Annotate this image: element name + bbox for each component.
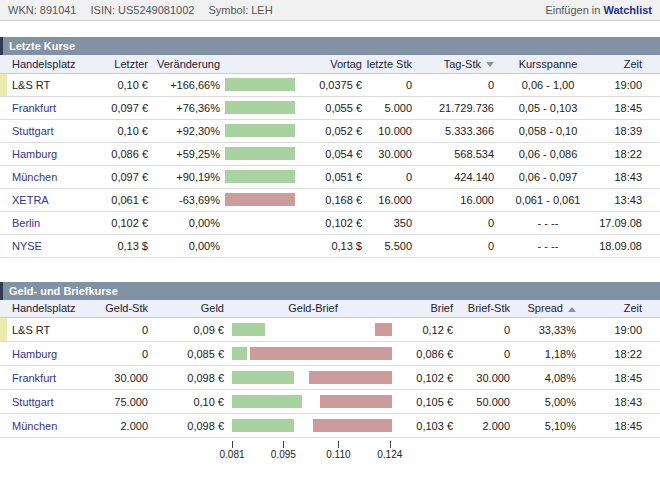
handelsplatz-link[interactable]: Stuttgart — [12, 125, 54, 137]
cell-geld: 0,10 € — [148, 390, 226, 414]
instrument-ids: WKN: 891041 ISIN: US5249081002 Symbol: L… — [8, 4, 273, 16]
tick-mark — [283, 441, 284, 448]
cell-veraenderung: -63,69% — [152, 188, 222, 211]
cell-handelsplatz: NYSE — [0, 234, 100, 257]
cell-brief: 0,105 € — [400, 390, 458, 414]
tick-label: 0.081 — [219, 449, 244, 460]
cell-tag-stk: 0 — [418, 211, 502, 234]
cell-change-bar — [222, 96, 306, 119]
spacer — [0, 258, 660, 282]
handelsplatz-link[interactable]: München — [12, 420, 57, 432]
cell-brief: 0,103 € — [400, 414, 458, 438]
handelsplatz-link[interactable]: NYSE — [12, 240, 42, 252]
handelsplatz-link[interactable]: XETRA — [12, 194, 49, 206]
realtime-marker — [0, 74, 7, 96]
column-header-kursspanne[interactable]: Kursspanne — [502, 55, 594, 73]
change-bar — [225, 78, 295, 91]
tick-label: 0.110 — [326, 449, 350, 460]
column-header-zeit[interactable]: Zeit — [594, 55, 660, 73]
column-header-tag-stk-label: Tag-Stk — [444, 58, 481, 70]
handelsplatz-link: L&S RT — [12, 79, 50, 91]
column-header-brief-stk[interactable]: Brief-Stk — [458, 300, 514, 318]
column-header-veraenderung[interactable]: Veränderung — [152, 55, 222, 73]
cell-kursspanne: 0,06 - 0,097 — [502, 165, 594, 188]
cell-geld-brief-bar — [226, 366, 400, 390]
cell-veraenderung: +92,30% — [152, 119, 222, 142]
column-header-geld-stk[interactable]: Geld-Stk — [100, 300, 148, 318]
handelsplatz-link[interactable]: Frankfurt — [12, 102, 56, 114]
handelsplatz-link[interactable]: Stuttgart — [12, 396, 54, 408]
column-header-brief[interactable]: Brief — [400, 300, 458, 318]
cell-letzte-stk: 10.000 — [366, 119, 418, 142]
cell-spread: 4,08% — [514, 366, 582, 390]
cell-tag-stk: 21.729.736 — [418, 96, 502, 119]
geld-bar — [232, 323, 265, 336]
column-header-tag-stk[interactable]: Tag-Stk — [418, 55, 502, 73]
tick-label: 0.095 — [271, 449, 296, 460]
geld-brief-title: Geld- und Briefkurse — [0, 282, 660, 300]
cell-change-bar — [222, 211, 306, 234]
instrument-header-bar: WKN: 891041 ISIN: US5249081002 Symbol: L… — [0, 0, 660, 21]
cell-veraenderung: +59,25% — [152, 142, 222, 165]
cell-zeit: 19:00 — [594, 73, 660, 96]
table-row: XETRA 0,061 € -63,69% 0,168 € 16.000 16.… — [0, 188, 660, 211]
table-row: L&S RT 0 0,09 € 0,12 € 0 33,33% 19:00 — [0, 318, 660, 342]
handelsplatz-link[interactable]: Berlin — [12, 217, 40, 229]
handelsplatz-link[interactable]: Frankfurt — [12, 372, 56, 384]
column-header-handelsplatz[interactable]: Handelsplatz — [0, 300, 100, 318]
cell-veraenderung: +166,66% — [152, 73, 222, 96]
tick-mark — [232, 441, 233, 448]
cell-brief-stk: 0 — [458, 318, 514, 342]
cell-kursspanne: 0,061 - 0,061 — [502, 188, 594, 211]
symbol-label: Symbol: LEH — [208, 4, 272, 16]
column-header-vortag[interactable]: Vortag — [306, 55, 366, 73]
column-header-geld-brief[interactable]: Geld-Brief — [226, 300, 400, 318]
cell-vortag: 0,13 $ — [306, 234, 366, 257]
cell-letzte-stk: 350 — [366, 211, 418, 234]
cell-brief-stk: 30.000 — [458, 366, 514, 390]
cell-tag-stk: 568.534 — [418, 142, 502, 165]
cell-brief-stk: 0 — [458, 342, 514, 366]
table-row: Hamburg 0,086 € +59,25% 0,054 € 30.000 5… — [0, 142, 660, 165]
cell-geld: 0,098 € — [148, 414, 226, 438]
handelsplatz-link: L&S RT — [12, 324, 50, 336]
cell-handelsplatz: Frankfurt — [0, 366, 100, 390]
cell-handelsplatz: Hamburg — [0, 342, 100, 366]
sort-asc-icon — [568, 307, 576, 312]
geld-bar — [232, 395, 302, 408]
isin-label: ISIN: US5249081002 — [90, 4, 194, 16]
cell-brief-stk: 2.000 — [458, 414, 514, 438]
handelsplatz-link[interactable]: München — [12, 171, 57, 183]
column-header-zeit[interactable]: Zeit — [582, 300, 660, 318]
cell-tag-stk: 16.000 — [418, 188, 502, 211]
column-header-letzte-stk[interactable]: letzte Stk — [366, 55, 418, 73]
column-header-handelsplatz[interactable]: Handelsplatz — [0, 55, 100, 73]
column-header-letzter[interactable]: Letzter — [100, 55, 152, 73]
price-axis: 0.081 0.095 0.110 0.124 — [232, 438, 392, 465]
table-row: Berlin 0,102 € 0,00% 0,102 € 350 0 - - -… — [0, 211, 660, 234]
cell-handelsplatz: München — [0, 414, 100, 438]
cell-kursspanne: 0,058 - 0,10 — [502, 119, 594, 142]
brief-bar — [320, 395, 392, 408]
cell-tag-stk: 0 — [418, 234, 502, 257]
cell-change-bar — [222, 73, 306, 96]
cell-kursspanne: 0,06 - 1,00 — [502, 73, 594, 96]
cell-vortag: 0,102 € — [306, 211, 366, 234]
watchlist-link[interactable]: Watchlist — [604, 4, 653, 16]
cell-veraenderung: 0,00% — [152, 234, 222, 257]
column-header-geld[interactable]: Geld — [148, 300, 226, 318]
realtime-marker — [0, 318, 7, 341]
cell-handelsplatz: L&S RT — [0, 318, 100, 342]
handelsplatz-link[interactable]: Hamburg — [12, 148, 57, 160]
cell-handelsplatz: München — [0, 165, 100, 188]
cell-veraenderung: +76,36% — [152, 96, 222, 119]
column-header-spread[interactable]: Spread — [514, 300, 582, 318]
cell-spread: 33,33% — [514, 318, 582, 342]
handelsplatz-link[interactable]: Hamburg — [12, 348, 57, 360]
column-header-change-bar — [222, 55, 306, 73]
spacer — [0, 21, 660, 37]
table-row: Frankfurt 0,097 € +76,36% 0,055 € 5.000 … — [0, 96, 660, 119]
change-bar — [225, 124, 295, 137]
table-row: L&S RT 0,10 € +166,66% 0,0375 € 0 0 0,06… — [0, 73, 660, 96]
brief-bar — [375, 323, 392, 336]
